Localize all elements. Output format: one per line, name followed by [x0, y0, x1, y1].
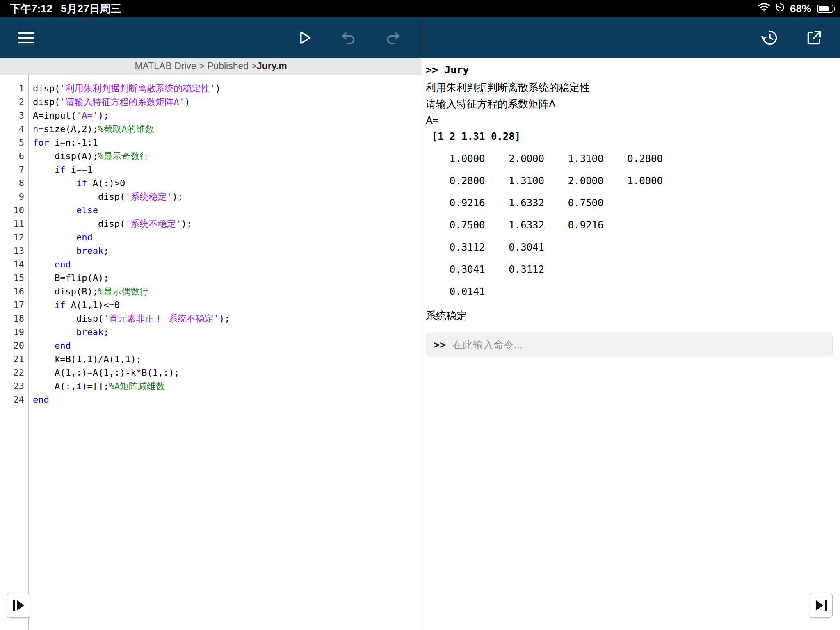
code-line[interactable]: 20 end [0, 339, 422, 352]
status-bar: 下午7:12 5月27日周三 68% [0, 0, 840, 17]
line-number: 7 [0, 163, 28, 176]
collapse-console-panel-button[interactable] [810, 593, 833, 618]
console-line: A= [426, 112, 834, 128]
popout-icon[interactable] [802, 25, 826, 50]
breadcrumb-path: MATLAB Drive > Published > [135, 61, 256, 72]
console-line: 0.3041 0.3112 [426, 261, 834, 278]
code-text: if A(1,1)<=0 [28, 298, 120, 312]
code-line[interactable]: 21 k=B(1,1)/A(1,1); [0, 352, 422, 366]
redo-icon[interactable] [381, 25, 405, 50]
battery-percent: 68% [790, 2, 811, 15]
line-number: 2 [0, 95, 28, 109]
nav-bar [0, 17, 840, 58]
code-line[interactable]: 23 A(:,i)=[];%A矩阵减维数 [0, 379, 422, 393]
code-line[interactable]: 10 else [0, 203, 422, 217]
undo-icon[interactable] [336, 25, 361, 50]
console-line: [1 2 1.31 0.28] [426, 128, 834, 145]
orientation-lock-icon [775, 2, 785, 15]
console-line: 0.0141 [426, 283, 834, 300]
status-date: 5月27日周三 [61, 2, 121, 16]
code-line[interactable]: 17 if A(1,1)<=0 [0, 298, 422, 312]
code-line[interactable]: 14 end [0, 258, 422, 271]
console-line: >> Jury [426, 61, 834, 79]
panel-divider[interactable] [422, 17, 422, 630]
code-text: end [28, 393, 49, 406]
line-number: 18 [0, 312, 28, 325]
code-line[interactable]: 24end [0, 393, 422, 406]
breadcrumb[interactable]: MATLAB Drive > Published > Jury.m [0, 58, 422, 75]
code-text: break; [28, 325, 109, 339]
code-text: break; [28, 244, 109, 258]
bar-play-icon [13, 600, 15, 611]
code-line[interactable]: 13 break; [0, 244, 422, 258]
line-number: 1 [0, 82, 28, 95]
code-line[interactable]: 9 disp('系统稳定'); [0, 190, 422, 203]
line-number: 9 [0, 190, 28, 203]
code-text: for i=n:-1:1 [28, 136, 98, 149]
line-number: 24 [0, 393, 28, 406]
code-editor[interactable]: 1disp('利用朱利判据判断离散系统的稳定性')2disp('请输入特征方程的… [0, 75, 422, 630]
line-number: 13 [0, 244, 28, 258]
code-line[interactable]: 12 end [0, 231, 422, 244]
command-window-panel: >> Jury利用朱利判据判断离散系统的稳定性请输入特征方程的系数矩阵AA= [… [422, 58, 840, 630]
command-input[interactable]: >> 在此输入命令... [426, 333, 833, 356]
code-line[interactable]: 8 if A(:)>0 [0, 176, 422, 190]
code-text: end [28, 339, 71, 352]
code-text: n=size(A,2);%截取A的维数 [28, 122, 154, 136]
line-number: 6 [0, 149, 28, 163]
line-number: 17 [0, 298, 28, 312]
code-text: end [28, 258, 71, 271]
code-line[interactable]: 4n=size(A,2);%截取A的维数 [0, 122, 422, 136]
code-text: disp('系统稳定'); [28, 190, 183, 203]
history-icon[interactable] [758, 25, 782, 50]
line-number: 16 [0, 285, 28, 298]
console-line: 系统稳定 [426, 307, 834, 324]
code-line[interactable]: 19 break; [0, 325, 422, 339]
code-line[interactable]: 16 disp(B);%显示偶数行 [0, 285, 422, 298]
code-line[interactable]: 6 disp(A);%显示奇数行 [0, 149, 422, 163]
line-number: 11 [0, 217, 28, 231]
line-number: 14 [0, 258, 28, 271]
line-number: 23 [0, 379, 28, 393]
code-text: if A(:)>0 [28, 176, 125, 190]
code-text: if i==1 [28, 163, 93, 176]
prompt-label: >> [434, 339, 446, 351]
console-line: 请输入特征方程的系数矩阵A [426, 96, 834, 112]
gutter-separator [28, 75, 29, 630]
code-lines: 1disp('利用朱利判据判断离散系统的稳定性')2disp('请输入特征方程的… [0, 82, 422, 406]
code-text: B=flip(A); [28, 271, 109, 285]
line-number: 5 [0, 136, 28, 149]
code-line[interactable]: 15 B=flip(A); [0, 271, 422, 285]
expand-editor-panel-button[interactable] [7, 593, 30, 618]
code-text: disp(B);%显示偶数行 [28, 285, 148, 298]
line-number: 10 [0, 203, 28, 217]
line-number: 3 [0, 109, 28, 122]
code-line[interactable]: 22 A(1,:)=A(1,:)-k*B(1,:); [0, 366, 422, 379]
run-icon[interactable] [292, 25, 317, 50]
code-line[interactable]: 18 disp('首元素非正！ 系统不稳定'); [0, 312, 422, 325]
console-line: 0.3112 0.3041 [426, 239, 834, 256]
code-line[interactable]: 5for i=n:-1:1 [0, 136, 422, 149]
code-line[interactable]: 11 disp('系统不稳定'); [0, 217, 422, 231]
code-line[interactable]: 3A=input('A='); [0, 109, 422, 122]
code-text: disp('请输入特征方程的系数矩阵A') [28, 95, 190, 109]
menu-icon[interactable] [14, 25, 39, 50]
code-line[interactable]: 2disp('请输入特征方程的系数矩阵A') [0, 95, 422, 109]
code-text: disp('利用朱利判据判断离散系统的稳定性') [28, 82, 221, 95]
code-line[interactable]: 7 if i==1 [0, 163, 422, 176]
battery-icon [817, 5, 833, 13]
code-text: A=input('A='); [28, 109, 109, 122]
status-time: 下午7:12 [10, 2, 52, 16]
code-text: disp('系统不稳定'); [28, 217, 192, 231]
main-content: MATLAB Drive > Published > Jury.m 1disp(… [0, 58, 840, 630]
line-number: 12 [0, 231, 28, 244]
line-number: 21 [0, 352, 28, 366]
code-text: end [28, 231, 93, 244]
code-text: disp('首元素非正！ 系统不稳定'); [28, 312, 230, 325]
line-number: 8 [0, 176, 28, 190]
code-line[interactable]: 1disp('利用朱利判据判断离散系统的稳定性') [0, 82, 422, 95]
breadcrumb-file: Jury.m [257, 61, 287, 72]
console-output: >> Jury利用朱利判据判断离散系统的稳定性请输入特征方程的系数矩阵AA= [… [426, 61, 834, 324]
line-number: 19 [0, 325, 28, 339]
line-number: 4 [0, 122, 28, 136]
